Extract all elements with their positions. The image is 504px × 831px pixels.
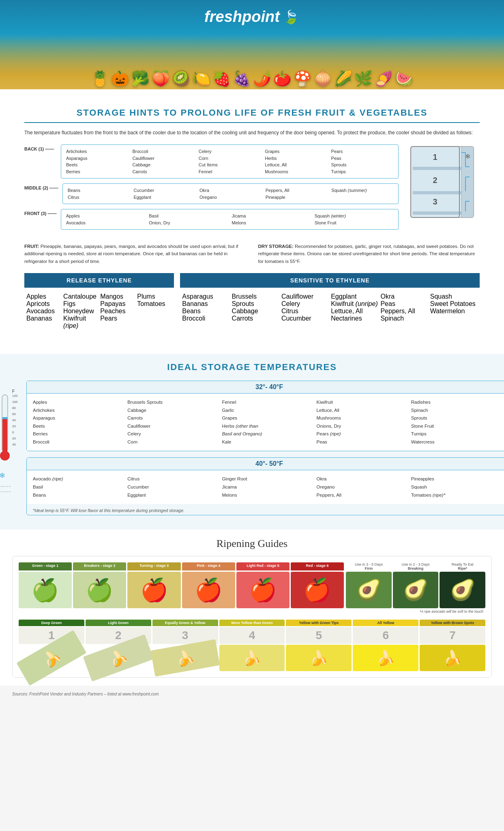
temp-band-32-40-title: 32°- 40°F — [27, 381, 504, 394]
zone-back-col4: GrapesHerbsLettuce, AllMushrooms — [265, 148, 327, 175]
temp-band-32-40: 32°- 40°F ApplesArtichokesAsparagusBeets… — [26, 381, 504, 451]
svg-text:F: F — [12, 389, 15, 394]
thermometer-svg: C 50 40 30 20 10 0 10 20 30 F 120 100 80… — [0, 381, 18, 494]
ethylene-release-items: ApplesApricotsAvocadosBananas Cantaloupe… — [24, 291, 174, 332]
produce-asparagus: 🌿 — [354, 70, 373, 87]
temp-col-1: ApplesArtichokesAsparagusBeetsBerriesBro… — [33, 398, 127, 446]
apple-stage-breakers-header: Breakers - stage 2 — [73, 562, 126, 571]
apple-avocado-image-row: 🍏 🍏 🍎 🍎 🍎 🍎 🥑 🥑 🥑 — [19, 572, 485, 608]
zone-front-box: ApplesAvocados BasilOnion, Dry JicamaMel… — [61, 209, 399, 230]
fruit-note: FRUIT: Pineapple, bananas, papayas, pear… — [24, 243, 246, 265]
ethylene-release-col: RELEASE ETHYLENE ApplesApricotsAvocadosB… — [24, 273, 174, 332]
ethylene-sensitive-group4: EggplantKiwifruit (unripe)Lettuce, AllNe… — [331, 293, 378, 322]
temp-layout: C 50 40 30 20 10 0 10 20 30 F 120 100 80… — [0, 381, 504, 521]
temp-col-4: KiwifruitLettuce, AllMushroomsOnions, Dr… — [317, 398, 411, 446]
zone-middle-col1: BeansCitrus — [68, 187, 130, 200]
apple-img-stage2: 🍏 — [73, 572, 126, 608]
apple-img-stage4: 🍎 — [182, 572, 235, 608]
temp-col-40-5: PineapplesSquashTomatoes (ripe)* — [411, 475, 504, 499]
apple-stage-headers: Green - stage 1 Breakers - stage 2 Turni… — [19, 562, 344, 571]
ripening-container: Green - stage 1 Breakers - stage 2 Turni… — [12, 556, 492, 678]
banana-images-row: 🍌 🍌 🍌 🍌 🍌 🍌 🍌 — [19, 645, 485, 671]
intro-text: The temperature fluctuates from the fron… — [24, 129, 480, 136]
ethylene-sensitive-group2: BrusselsSproutsCabbageCarrots — [232, 293, 279, 322]
zone-middle: MIDDLE (2) —— BeansCitrus CucumberEggpla… — [24, 183, 399, 204]
produce-squash: 🎃 — [111, 70, 129, 87]
storage-section-title: STORAGE HINTS TO PROLONG LIFE OF FRESH F… — [24, 108, 480, 123]
zone-front-col2: BasilOnion, Dry — [149, 213, 227, 226]
zone-back-col3: CeleryCornCut ItemsFennel — [199, 148, 261, 175]
svg-text:120: 120 — [12, 394, 18, 398]
cooler-diagram: 1 2 3 ❄ — [407, 144, 480, 235]
ethylene-sensitive-group5: OkraPeasPeppers, AllSpinach — [380, 293, 428, 322]
banana-header-3: Equally Green & Yellow — [152, 620, 218, 626]
temp-col-2: Brussels SproutsCabbageCarrotsCauliflowe… — [127, 398, 222, 446]
svg-rect-1 — [413, 167, 461, 170]
zone-back-col5: PearsPeasSproutsTurnips — [331, 148, 393, 175]
produce-kiwi: 🥝 — [172, 70, 190, 87]
fruit-note-label: FRUIT: — [24, 244, 39, 249]
ethylene-section: RELEASE ETHYLENE ApplesApricotsAvocadosB… — [24, 273, 480, 332]
temp-band-40-50-title: 40°- 50°F — [27, 458, 504, 470]
produce-display: 🍍 🎃 🥦 🍑 🥝 🍋 🍓 🍇 🌶️ 🍅 🍄 🧅 🌽 🌿 🍠 🍉 — [0, 32, 504, 89]
avocado-ripe-note: *A ripe avocado will be soft to the touc… — [19, 609, 485, 614]
apple-img-stage5: 🍎 — [236, 572, 290, 608]
banana-img-4: 🍌 — [219, 645, 285, 671]
temp-tables-col: 32°- 40°F ApplesArtichokesAsparagusBeets… — [26, 381, 504, 521]
svg-text:3: 3 — [433, 197, 437, 206]
apple-img-stage6: 🍎 — [291, 572, 344, 608]
apple-stage-green-header: Green - stage 1 — [19, 562, 72, 571]
produce-pineapple: 🍍 — [91, 70, 109, 87]
svg-text:2: 2 — [433, 176, 437, 185]
svg-text:60: 60 — [12, 412, 16, 416]
avocado-img-breaking: 🥑 — [393, 572, 439, 608]
banana-header-1: Deep Green — [19, 620, 84, 626]
banana-numbers-row: 1 2 3 4 5 6 7 — [19, 627, 485, 644]
svg-text:40: 40 — [12, 418, 16, 422]
sources: Sources: FreshPoint Vendor and Industry … — [0, 692, 504, 696]
produce-pepper: 🌶️ — [253, 70, 271, 87]
svg-text:80: 80 — [12, 406, 16, 410]
zone-front-col4: Squash (winter)Stone Fruit — [315, 213, 393, 226]
produce-radish: 🍠 — [375, 70, 393, 87]
avocado-img-ripe: 🥑 — [440, 572, 485, 608]
zone-front-col3: JicamaMelons — [232, 213, 311, 226]
ethylene-sensitive-group3: CauliflowerCeleryCitrusCucumber — [281, 293, 329, 322]
banana-num-7: 7 — [420, 627, 485, 644]
storage-temperatures-section: IDEAL STORAGE TEMPERATURES C 50 40 30 20… — [0, 354, 504, 530]
produce-watermelon: 🍉 — [395, 70, 413, 87]
ethylene-sensitive-group1: AsparagusBananasBeansBroccoli — [182, 293, 229, 322]
banana-header-2: Light Green — [86, 620, 151, 626]
ripening-section: Ripening Guides Green - stage 1 Breakers… — [0, 530, 504, 686]
produce-grapes: 🍇 — [233, 70, 251, 87]
header: freshpoint 🍃 🍍 🎃 🥦 🍑 🥝 🍋 🍓 🍇 🌶️ 🍅 🍄 🧅 🌽 … — [0, 0, 504, 89]
temp-band-40-50-content: Avocado (ripe)BasilBeans CitrusCucumberE… — [27, 470, 504, 504]
temp-section-title: IDEAL STORAGE TEMPERATURES — [0, 362, 504, 372]
produce-peach: 🍑 — [152, 70, 170, 87]
produce-corn: 🌽 — [334, 70, 352, 87]
apple-img-stage1: 🍏 — [19, 572, 72, 608]
logo-text: freshpoint — [204, 8, 280, 26]
temp-col-40-1: Avocado (ripe)BasilBeans — [33, 475, 127, 499]
zone-back: BACK (1) —— ArtichokesAsparagusBeetsBerr… — [24, 144, 399, 179]
zone-middle-col2: CucumberEggplant — [133, 187, 195, 200]
temp-band-40-50-note: *Ideal temp is 55°F. Will lose flavor at… — [27, 506, 504, 515]
banana-img-6: 🍌 — [353, 645, 418, 671]
svg-rect-40 — [2, 419, 7, 456]
zone-back-col1: ArtichokesAsparagusBeetsBerries — [66, 148, 128, 175]
ethylene-sensitive-header: SENSITIVE TO ETHYLENE — [180, 273, 480, 288]
ethylene-sensitive-group6: SquashSweet PotatoesWatermelon — [430, 293, 478, 322]
produce-strawberry: 🍓 — [212, 70, 231, 87]
temp-col-3: FennelGarlicGrapesHerbs (other thanBasil… — [222, 398, 316, 446]
banana-img-7: 🍌 — [420, 645, 485, 671]
fruit-note-text: Pineapple, bananas, papayas, pears, mang… — [24, 244, 238, 264]
apple-stage-turning-header: Turning - stage 3 — [127, 562, 180, 571]
svg-text:100: 100 — [12, 400, 18, 404]
ethylene-release-group3: MangosPapayasPeachesPears — [100, 293, 135, 329]
avocado-img-firm: 🥑 — [346, 572, 392, 608]
ripening-title: Ripening Guides — [12, 538, 492, 550]
svg-rect-2 — [413, 191, 461, 194]
logo-leaf-icon: 🍃 — [283, 9, 300, 25]
cooler-layout: BACK (1) —— ArtichokesAsparagusBeetsBerr… — [24, 144, 480, 235]
ethylene-sensitive-col: SENSITIVE TO ETHYLENE AsparagusBananasBe… — [180, 273, 480, 332]
